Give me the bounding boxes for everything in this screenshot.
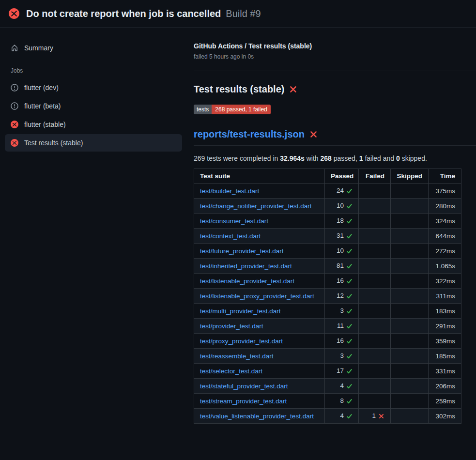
- home-icon: [11, 44, 18, 52]
- passed-cell: 31: [325, 229, 359, 244]
- jobs-heading: Jobs: [11, 67, 182, 74]
- check-icon: [346, 383, 353, 389]
- passed-cell: 10: [325, 199, 359, 214]
- table-row: test/future_provider_test.dart 10 272ms: [194, 244, 461, 259]
- failed-cell: [359, 184, 391, 199]
- failed-cell: [359, 229, 391, 244]
- results-table: Test suite Passed Failed Skipped Time te…: [194, 169, 461, 424]
- skipped-cell: [391, 214, 429, 229]
- neutral-status-icon: [11, 102, 18, 110]
- run-title: Do not create report when job is cancell…: [26, 8, 221, 19]
- time-cell: 185ms: [429, 349, 461, 364]
- table-row: test/change_notifier_provider_test.dart …: [194, 199, 461, 214]
- suite-link[interactable]: test/reassemble_test.dart: [200, 353, 274, 360]
- time-cell: 302ms: [429, 409, 461, 424]
- passed-cell: 8: [325, 394, 359, 409]
- time-cell: 322ms: [429, 274, 461, 289]
- sidebar-item-summary[interactable]: Summary: [5, 39, 182, 57]
- suite-cell: test/future_provider_test.dart: [194, 244, 325, 259]
- skipped-cell: [391, 319, 429, 334]
- job-label: flutter (beta): [24, 102, 61, 110]
- table-row: test/stateful_provider_test.dart 4 206ms: [194, 379, 461, 394]
- suite-cell: test/proxy_provider_test.dart: [194, 334, 325, 349]
- table-row: test/proxy_provider_test.dart 16 359ms: [194, 334, 461, 349]
- passed-cell: 3: [325, 304, 359, 319]
- suite-link[interactable]: test/multi_provider_test.dart: [200, 307, 281, 315]
- suite-link[interactable]: test/context_test.dart: [200, 232, 261, 240]
- suite-cell: test/builder_test.dart: [194, 184, 325, 199]
- failed-status-icon: [11, 121, 18, 128]
- x-icon: [309, 130, 318, 138]
- job-label: flutter (stable): [24, 121, 66, 128]
- suite-cell: test/multi_provider_test.dart: [194, 304, 325, 319]
- job-label: Test results (stable): [24, 139, 83, 147]
- suite-link[interactable]: test/consumer_test.dart: [200, 217, 268, 225]
- suite-link[interactable]: test/stateful_provider_test.dart: [200, 383, 288, 390]
- suite-cell: test/stream_provider_test.dart: [194, 394, 325, 409]
- failed-cell: [359, 334, 391, 349]
- check-title: Test results (stable): [194, 84, 284, 95]
- check-icon: [346, 398, 353, 404]
- suite-link[interactable]: test/builder_test.dart: [200, 187, 259, 195]
- table-row: test/context_test.dart 31 644ms: [194, 229, 461, 244]
- suite-link[interactable]: test/stream_provider_test.dart: [200, 398, 287, 405]
- suite-link[interactable]: test/future_provider_test.dart: [200, 247, 284, 255]
- x-icon: [289, 85, 297, 93]
- check-icon: [346, 368, 353, 374]
- check-icon: [346, 353, 353, 359]
- skipped-cell: [391, 409, 429, 424]
- failed-status-icon: [11, 139, 18, 147]
- passed-cell: 10: [325, 244, 359, 259]
- failed-cell: [359, 394, 391, 409]
- summary-duration: 32.964s: [280, 154, 305, 162]
- suite-link[interactable]: test/inherited_provider_test.dart: [200, 262, 292, 270]
- skipped-cell: [391, 334, 429, 349]
- suite-cell: test/context_test.dart: [194, 229, 325, 244]
- passed-cell: 16: [325, 334, 359, 349]
- x-icon: [378, 413, 384, 419]
- sidebar-item-flutter-stable[interactable]: flutter (stable): [5, 116, 182, 133]
- suite-link[interactable]: test/listenable_provider_test.dart: [200, 277, 294, 285]
- skipped-cell: [391, 379, 429, 394]
- failed-cell: 1: [359, 409, 391, 424]
- col-header-skipped: Skipped: [391, 169, 429, 184]
- suite-link[interactable]: test/value_listenable_provider_test.dart: [200, 413, 314, 420]
- check-icon: [346, 218, 353, 224]
- sidebar: Summary Jobs flutter (dev) flutter (beta…: [0, 28, 190, 153]
- sidebar-item-flutter-dev[interactable]: flutter (dev): [5, 79, 182, 96]
- col-header-passed: Passed: [325, 169, 359, 184]
- report-file-link[interactable]: reports/test-results.json: [194, 129, 305, 140]
- check-icon: [346, 278, 353, 284]
- suite-link[interactable]: test/proxy_provider_test.dart: [200, 337, 283, 345]
- suite-link[interactable]: test/provider_test.dart: [200, 322, 263, 330]
- suite-link[interactable]: test/selector_test.dart: [200, 368, 262, 375]
- check-icon: [346, 413, 353, 419]
- col-header-failed: Failed: [359, 169, 391, 184]
- suite-link[interactable]: test/listenable_proxy_provider_test.dart: [200, 292, 314, 300]
- summary-passed: 268: [321, 154, 332, 162]
- skipped-cell: [391, 199, 429, 214]
- time-cell: 311ms: [429, 289, 461, 304]
- table-row: test/inherited_provider_test.dart 81 1.0…: [194, 259, 461, 274]
- time-cell: 259ms: [429, 394, 461, 409]
- passed-cell: 24: [325, 184, 359, 199]
- check-icon: [346, 188, 353, 194]
- failed-cell: [359, 274, 391, 289]
- failed-cell: [359, 199, 391, 214]
- suite-cell: test/selector_test.dart: [194, 364, 325, 379]
- skipped-cell: [391, 244, 429, 259]
- table-row: test/listenable_proxy_provider_test.dart…: [194, 289, 461, 304]
- sidebar-item-flutter-beta[interactable]: flutter (beta): [5, 97, 182, 115]
- suite-link[interactable]: test/change_notifier_provider_test.dart: [200, 202, 311, 210]
- skipped-cell: [391, 304, 429, 319]
- suite-cell: test/inherited_provider_test.dart: [194, 259, 325, 274]
- results-table-body: test/builder_test.dart 24 375ms test/cha…: [194, 184, 461, 424]
- tests-badge: tests 268 passed, 1 failed: [194, 105, 271, 114]
- check-icon: [346, 233, 353, 239]
- run-header: Do not create report when job is cancell…: [0, 0, 476, 28]
- badge-label: tests: [194, 105, 212, 114]
- time-cell: 206ms: [429, 379, 461, 394]
- sidebar-item-test-results-stable[interactable]: Test results (stable): [5, 134, 182, 152]
- badge-value: 268 passed, 1 failed: [212, 105, 270, 114]
- time-cell: 272ms: [429, 244, 461, 259]
